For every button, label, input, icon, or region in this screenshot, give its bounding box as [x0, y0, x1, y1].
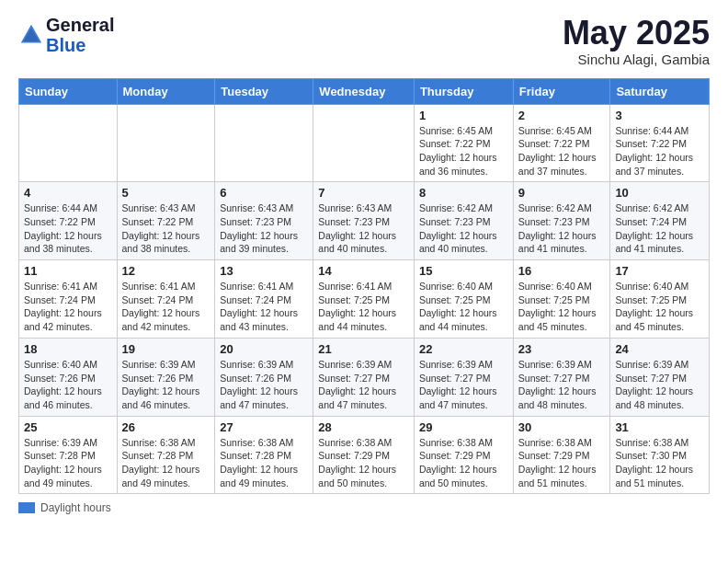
- day-info: Sunrise: 6:38 AMSunset: 7:30 PMDaylight:…: [615, 436, 704, 490]
- sunset-text: Sunset: 7:23 PM: [318, 216, 390, 227]
- daylight-text: Daylight: 12 hours and 47 minutes.: [419, 385, 497, 410]
- table-row: 1Sunrise: 6:45 AMSunset: 7:22 PMDaylight…: [414, 104, 513, 182]
- daylight-text: Daylight: 12 hours and 44 minutes.: [318, 307, 396, 332]
- table-row: 25Sunrise: 6:39 AMSunset: 7:28 PMDayligh…: [19, 416, 118, 494]
- table-row: 9Sunrise: 6:42 AMSunset: 7:23 PMDaylight…: [513, 182, 610, 260]
- day-number: 25: [24, 420, 112, 434]
- daylight-text: Daylight: 12 hours and 47 minutes.: [318, 385, 396, 410]
- table-row: 21Sunrise: 6:39 AMSunset: 7:27 PMDayligh…: [313, 338, 415, 416]
- table-row: [313, 104, 415, 182]
- sunrise-text: Sunrise: 6:38 AM: [615, 437, 688, 448]
- day-number: 26: [122, 420, 210, 434]
- sunset-text: Sunset: 7:30 PM: [615, 450, 687, 461]
- table-row: 11Sunrise: 6:41 AMSunset: 7:24 PMDayligh…: [19, 260, 118, 339]
- sunset-text: Sunset: 7:24 PM: [615, 216, 687, 227]
- daylight-text: Daylight: 12 hours and 45 minutes.: [615, 307, 693, 332]
- daylight-text: Daylight: 12 hours and 48 minutes.: [518, 385, 597, 410]
- sunrise-text: Sunrise: 6:45 AM: [518, 125, 592, 136]
- table-row: 20Sunrise: 6:39 AMSunset: 7:26 PMDayligh…: [215, 338, 313, 416]
- table-row: 14Sunrise: 6:41 AMSunset: 7:25 PMDayligh…: [313, 260, 415, 339]
- sunset-text: Sunset: 7:22 PM: [615, 138, 687, 149]
- sunrise-text: Sunrise: 6:42 AM: [615, 202, 688, 213]
- calendar-location: Sinchu Alagi, Gambia: [563, 52, 710, 67]
- sunrise-text: Sunrise: 6:41 AM: [220, 281, 293, 292]
- sunrise-text: Sunrise: 6:45 AM: [419, 125, 493, 136]
- sunset-text: Sunset: 7:25 PM: [615, 294, 687, 305]
- day-number: 31: [615, 420, 704, 434]
- sunrise-text: Sunrise: 6:40 AM: [615, 281, 688, 292]
- table-row: 28Sunrise: 6:38 AMSunset: 7:29 PMDayligh…: [313, 416, 415, 494]
- col-monday: Monday: [117, 78, 215, 104]
- day-number: 12: [122, 264, 210, 278]
- day-info: Sunrise: 6:41 AMSunset: 7:25 PMDaylight:…: [318, 280, 409, 334]
- sunrise-text: Sunrise: 6:39 AM: [220, 359, 293, 370]
- sunset-text: Sunset: 7:28 PM: [220, 450, 291, 461]
- day-number: 19: [122, 342, 210, 356]
- table-row: [117, 104, 215, 182]
- daylight-text: Daylight: 12 hours and 51 minutes.: [615, 464, 693, 488]
- sunrise-text: Sunrise: 6:39 AM: [419, 359, 493, 370]
- daylight-text: Daylight: 12 hours and 45 minutes.: [518, 307, 597, 332]
- calendar-week-row: 11Sunrise: 6:41 AMSunset: 7:24 PMDayligh…: [19, 260, 710, 339]
- sunset-text: Sunset: 7:23 PM: [220, 216, 291, 227]
- sunrise-text: Sunrise: 6:38 AM: [518, 437, 592, 448]
- table-row: 22Sunrise: 6:39 AMSunset: 7:27 PMDayligh…: [414, 338, 513, 416]
- day-info: Sunrise: 6:38 AMSunset: 7:29 PMDaylight:…: [518, 436, 606, 490]
- calendar-table: Sunday Monday Tuesday Wednesday Thursday…: [18, 78, 710, 495]
- day-info: Sunrise: 6:38 AMSunset: 7:28 PMDaylight:…: [122, 436, 210, 490]
- table-row: 16Sunrise: 6:40 AMSunset: 7:25 PMDayligh…: [513, 260, 610, 339]
- day-info: Sunrise: 6:39 AMSunset: 7:27 PMDaylight:…: [318, 358, 409, 412]
- table-row: 17Sunrise: 6:40 AMSunset: 7:25 PMDayligh…: [610, 260, 710, 339]
- day-info: Sunrise: 6:42 AMSunset: 7:24 PMDaylight:…: [615, 201, 704, 256]
- calendar-week-row: 25Sunrise: 6:39 AMSunset: 7:28 PMDayligh…: [19, 416, 710, 494]
- col-friday: Friday: [513, 78, 610, 104]
- sunset-text: Sunset: 7:25 PM: [419, 294, 491, 305]
- day-number: 18: [24, 342, 112, 356]
- logo-blue-text: Blue: [46, 35, 85, 55]
- day-number: 22: [419, 342, 508, 356]
- legend-label: Daylight hours: [40, 501, 111, 514]
- title-block: May 2025 Sinchu Alagi, Gambia: [563, 15, 710, 67]
- daylight-text: Daylight: 12 hours and 37 minutes.: [518, 152, 597, 177]
- sunset-text: Sunset: 7:22 PM: [518, 138, 590, 149]
- day-info: Sunrise: 6:43 AMSunset: 7:23 PMDaylight:…: [220, 201, 308, 256]
- day-number: 28: [318, 420, 409, 434]
- sunset-text: Sunset: 7:27 PM: [518, 373, 590, 384]
- sunrise-text: Sunrise: 6:42 AM: [419, 202, 493, 213]
- daylight-text: Daylight: 12 hours and 41 minutes.: [615, 230, 693, 255]
- sunrise-text: Sunrise: 6:39 AM: [318, 359, 392, 370]
- day-info: Sunrise: 6:45 AMSunset: 7:22 PMDaylight:…: [419, 124, 508, 178]
- day-info: Sunrise: 6:41 AMSunset: 7:24 PMDaylight:…: [220, 280, 308, 334]
- table-row: [215, 104, 313, 182]
- sunset-text: Sunset: 7:27 PM: [318, 373, 390, 384]
- sunset-text: Sunset: 7:26 PM: [24, 373, 96, 384]
- day-number: 8: [419, 186, 508, 200]
- day-info: Sunrise: 6:39 AMSunset: 7:27 PMDaylight:…: [518, 358, 606, 412]
- sunset-text: Sunset: 7:29 PM: [419, 450, 491, 461]
- logo-icon: [18, 22, 44, 48]
- sunrise-text: Sunrise: 6:40 AM: [24, 359, 97, 370]
- sunrise-text: Sunrise: 6:41 AM: [24, 281, 97, 292]
- table-row: 30Sunrise: 6:38 AMSunset: 7:29 PMDayligh…: [513, 416, 610, 494]
- page: General Blue May 2025 Sinchu Alagi, Gamb…: [0, 0, 728, 563]
- day-info: Sunrise: 6:39 AMSunset: 7:27 PMDaylight:…: [615, 358, 704, 412]
- sunrise-text: Sunrise: 6:39 AM: [122, 359, 196, 370]
- daylight-text: Daylight: 12 hours and 50 minutes.: [419, 464, 497, 488]
- calendar-title: May 2025: [563, 15, 710, 52]
- sunset-text: Sunset: 7:24 PM: [122, 294, 194, 305]
- table-row: 15Sunrise: 6:40 AMSunset: 7:25 PMDayligh…: [414, 260, 513, 339]
- daylight-text: Daylight: 12 hours and 42 minutes.: [24, 307, 102, 332]
- day-number: 2: [518, 109, 606, 122]
- day-info: Sunrise: 6:41 AMSunset: 7:24 PMDaylight:…: [24, 280, 112, 334]
- sunrise-text: Sunrise: 6:43 AM: [318, 202, 392, 213]
- legend-color-swatch: [18, 502, 35, 513]
- daylight-text: Daylight: 12 hours and 40 minutes.: [318, 230, 396, 255]
- day-number: 9: [518, 186, 606, 200]
- day-info: Sunrise: 6:40 AMSunset: 7:25 PMDaylight:…: [419, 280, 508, 334]
- day-info: Sunrise: 6:41 AMSunset: 7:24 PMDaylight:…: [122, 280, 210, 334]
- day-info: Sunrise: 6:40 AMSunset: 7:25 PMDaylight:…: [518, 280, 606, 334]
- daylight-text: Daylight: 12 hours and 42 minutes.: [122, 307, 200, 332]
- sunrise-text: Sunrise: 6:40 AM: [419, 281, 493, 292]
- sunrise-text: Sunrise: 6:39 AM: [615, 359, 688, 370]
- daylight-text: Daylight: 12 hours and 40 minutes.: [419, 230, 497, 255]
